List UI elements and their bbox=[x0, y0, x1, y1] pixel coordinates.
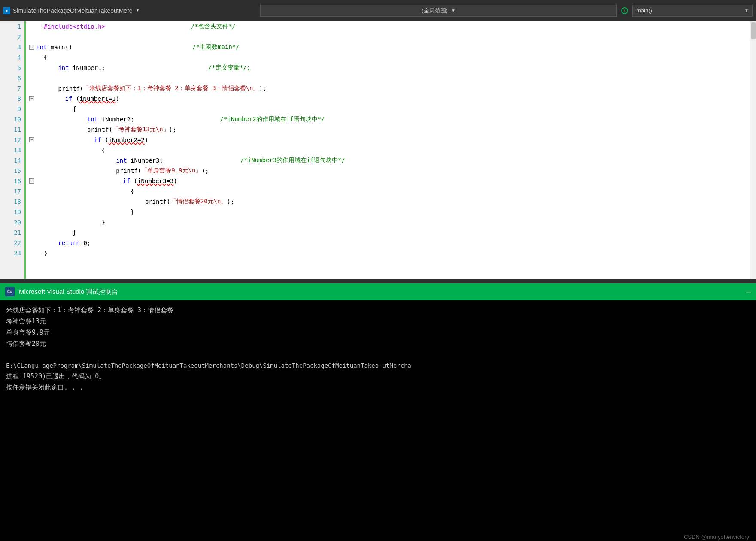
code-line-21: } bbox=[26, 227, 756, 238]
code-line-13: { bbox=[26, 145, 756, 155]
code-line-2 bbox=[26, 32, 756, 42]
project-name: SimulateThePackageOfMeituanTakeoutMerc bbox=[13, 7, 132, 14]
brace-close-21: } bbox=[73, 229, 76, 236]
project-icon: ▶ bbox=[3, 7, 10, 14]
func-icon: f bbox=[621, 7, 628, 14]
ln-21: 21 bbox=[0, 227, 24, 238]
nm-return-val: 0; bbox=[80, 239, 91, 246]
ln-5: 5 bbox=[0, 63, 24, 73]
ln-22: 22 bbox=[0, 238, 24, 248]
ln-23: 23 bbox=[0, 248, 24, 258]
str-11: 「考神套餐13元\n」 bbox=[112, 126, 169, 133]
ln-13: 13 bbox=[0, 145, 24, 155]
nm-12: ( bbox=[101, 136, 109, 143]
kw-int-5: int bbox=[58, 64, 69, 71]
ln-8: 8 bbox=[0, 94, 24, 104]
paren-16: ) bbox=[173, 178, 177, 184]
semi-11: ); bbox=[169, 126, 176, 133]
ln-12: 12 bbox=[0, 135, 24, 145]
code-comment-3: /*主函数main*/ bbox=[192, 43, 239, 51]
str-7: 「米线店套餐如下：1：考神套餐 2：单身套餐 3：情侣套餐\n」 bbox=[83, 85, 259, 92]
code-content[interactable]: #include<stdio.h> /*包含头文件*/ − int main()… bbox=[26, 21, 756, 279]
scope-label: (全局范围) bbox=[422, 7, 448, 15]
code-line-22: return 0; bbox=[26, 238, 756, 248]
func-dropdown[interactable]: main() ▼ bbox=[632, 5, 753, 17]
semi-7: ); bbox=[259, 85, 266, 92]
fn-printf-15: printf( bbox=[116, 167, 141, 174]
title-bar-left: ▶ SimulateThePackageOfMeituanTakeoutMerc… bbox=[3, 7, 257, 14]
console-empty bbox=[6, 349, 750, 360]
var-assign-12: iNumber2=2 bbox=[109, 136, 145, 143]
line-numbers: 1 2 3 4 5 6 7 8 9 10 11 12 13 14 15 16 1… bbox=[0, 21, 26, 279]
var-assign-16: iNumber3=3 bbox=[137, 178, 173, 184]
code-line-14: int iNumber3; /*iNumber3的作用域在if语句块中*/ bbox=[26, 155, 756, 166]
collapse-12[interactable]: − bbox=[29, 137, 34, 142]
console-header: C# Microsoft Visual Studio 调试控制台 — bbox=[0, 283, 756, 300]
console-output-2: 考神套餐13元 bbox=[6, 316, 750, 327]
brace-13: { bbox=[102, 147, 105, 154]
ln-15: 15 bbox=[0, 166, 24, 176]
console-icon-text: C# bbox=[7, 290, 12, 294]
code-line-17: { bbox=[26, 186, 756, 196]
fn-printf-7: printf( bbox=[58, 85, 83, 92]
console-body: 米线店套餐如下：1：考神套餐 2：单身套餐 3：情侣套餐 考神套餐13元 单身套… bbox=[0, 300, 756, 541]
str-18: 「情侣套餐20元\n」 bbox=[170, 198, 227, 206]
code-line-18: printf(「情侣套餐20元\n」); bbox=[26, 196, 756, 207]
code-line-12: − if (iNumber2=2) bbox=[26, 135, 756, 145]
code-editor: 1 2 3 4 5 6 7 8 9 10 11 12 13 14 15 16 1… bbox=[0, 21, 756, 279]
ln-10: 10 bbox=[0, 114, 24, 124]
code-line-11: printf(「考神套餐13元\n」); bbox=[26, 124, 756, 135]
code-comment: /*包含头文件*/ bbox=[191, 23, 236, 30]
kw-if-16: if bbox=[123, 178, 130, 184]
brace-close-23: } bbox=[44, 250, 47, 257]
scrollbar[interactable] bbox=[750, 21, 756, 279]
console-output-1: 米线店套餐如下：1：考神套餐 2：单身套餐 3：情侣套餐 bbox=[6, 305, 750, 316]
code-line-1: #include<stdio.h> /*包含头文件*/ bbox=[26, 21, 756, 32]
ln-6: 6 bbox=[0, 73, 24, 83]
brace-open-4: { bbox=[44, 54, 47, 61]
ln-2: 2 bbox=[0, 32, 24, 42]
minimize-button[interactable]: — bbox=[746, 288, 751, 296]
collapse-16[interactable]: − bbox=[29, 178, 34, 184]
comment-5: /*定义变量*/; bbox=[208, 64, 250, 72]
comment-14: /*iNumber3的作用域在if语句块中*/ bbox=[240, 157, 345, 164]
project-dropdown[interactable]: ▼ bbox=[135, 7, 141, 14]
code-line-7: printf(「米线店套餐如下：1：考神套餐 2：单身套餐 3：情侣套餐\n」)… bbox=[26, 83, 756, 94]
code-line-8: − if (iNumber1=1) bbox=[26, 94, 756, 104]
separator bbox=[0, 279, 756, 283]
console-icon: C# bbox=[5, 287, 15, 296]
console-title: Microsoft Visual Studio 调试控制台 bbox=[19, 288, 118, 296]
semi-15: ); bbox=[201, 167, 209, 174]
fn-main: main() bbox=[51, 44, 73, 51]
code-line-19: } bbox=[26, 207, 756, 217]
scope-dropdown[interactable]: (全局范围) ▼ bbox=[260, 5, 617, 17]
code-line-10: int iNumber2; /*iNumber2的作用域在if语句块中*/ bbox=[26, 114, 756, 124]
title-bar: ▶ SimulateThePackageOfMeituanTakeoutMerc… bbox=[0, 0, 756, 21]
kw-int-10: int bbox=[87, 116, 98, 123]
console-exit: 进程 19520)已退出，代码为 0。 bbox=[6, 371, 750, 382]
scrollbar-thumb[interactable] bbox=[751, 22, 756, 39]
collapse-3[interactable]: − bbox=[29, 45, 34, 50]
paren-12: ) bbox=[145, 136, 148, 143]
ln-14: 14 bbox=[0, 155, 24, 166]
code-line-4: { bbox=[26, 52, 756, 63]
var-assign-8: iNumber1=1 bbox=[79, 95, 115, 102]
func-icon-container: f bbox=[620, 7, 629, 14]
ln-19: 19 bbox=[0, 207, 24, 217]
fn-printf-11: printf( bbox=[87, 126, 112, 133]
console-close: 按任意键关闭此窗口. . . bbox=[6, 382, 750, 393]
var-inumber3: iNumber3; bbox=[127, 157, 163, 164]
ln-17: 17 bbox=[0, 186, 24, 196]
code-line-3: − int main() /*主函数main*/ bbox=[26, 42, 756, 52]
kw-int: int bbox=[36, 44, 47, 51]
nm-16: ( bbox=[130, 178, 137, 184]
collapse-8[interactable]: − bbox=[29, 96, 34, 101]
code-line-23: } bbox=[26, 248, 756, 258]
brace-close-19: } bbox=[131, 209, 134, 215]
watermark: CSDN @manyoftenvictory bbox=[684, 534, 749, 540]
paren-8: ) bbox=[115, 95, 119, 102]
ln-9: 9 bbox=[0, 104, 24, 114]
code-line-6 bbox=[26, 73, 756, 83]
console-output-3: 单身套餐9.9元 bbox=[6, 327, 750, 338]
code-line-9: { bbox=[26, 104, 756, 114]
